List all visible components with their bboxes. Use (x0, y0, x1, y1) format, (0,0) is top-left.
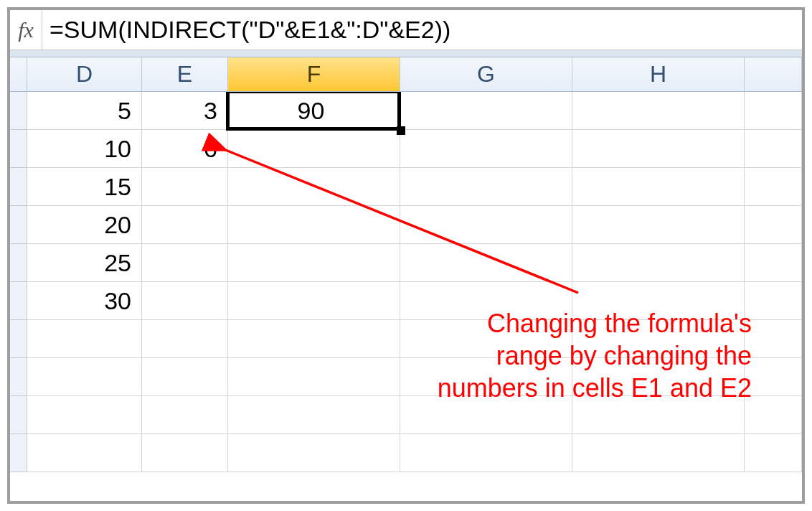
cell-H10[interactable] (572, 434, 745, 472)
cell-D1[interactable]: 5 (27, 92, 142, 130)
row-header-2[interactable] (10, 130, 27, 168)
cell-F9[interactable] (228, 396, 400, 434)
cell-I2[interactable] (745, 130, 802, 168)
row-header-3[interactable] (10, 168, 27, 206)
cell-D10[interactable] (27, 434, 142, 472)
col-header-G[interactable]: G (400, 57, 572, 91)
row-10 (10, 434, 802, 472)
cell-E1[interactable]: 3 (142, 92, 228, 130)
cell-F6[interactable] (228, 282, 400, 320)
cell-value: 5 (118, 97, 131, 125)
row-header-4[interactable] (10, 206, 27, 244)
cell-F1[interactable]: 90 (228, 92, 400, 130)
fill-handle[interactable] (397, 126, 405, 135)
cell-I8[interactable] (745, 358, 802, 396)
cell-D3[interactable]: 15 (27, 168, 142, 206)
header-separator (10, 50, 802, 57)
cell-H9[interactable] (572, 396, 745, 434)
cell-G8[interactable] (400, 358, 572, 396)
cell-G9[interactable] (400, 396, 572, 434)
cell-E4[interactable] (142, 206, 228, 244)
row-header-7[interactable] (10, 320, 27, 358)
cell-value: 30 (104, 287, 131, 315)
cell-I6[interactable] (745, 282, 802, 320)
cell-value: 25 (104, 249, 131, 277)
cell-H7[interactable] (572, 320, 745, 358)
col-header-D[interactable]: D (27, 57, 142, 91)
cell-D7[interactable] (27, 320, 142, 358)
cell-E9[interactable] (142, 396, 228, 434)
cell-I5[interactable] (745, 244, 802, 282)
cell-D4[interactable]: 20 (27, 206, 142, 244)
cell-I3[interactable] (745, 168, 802, 206)
row-6: 30 (10, 282, 802, 320)
cell-value: 3 (204, 97, 217, 125)
formula-bar: fx (10, 10, 802, 50)
cell-I10[interactable] (745, 434, 802, 472)
cell-G10[interactable] (400, 434, 572, 472)
row-header-10[interactable] (10, 434, 27, 472)
row-header-9[interactable] (10, 396, 27, 434)
row-2: 10 6 (10, 130, 802, 168)
fx-icon[interactable]: fx (10, 10, 42, 50)
row-4: 20 (10, 206, 802, 244)
sheet-area: D E F G H 5 3 90 10 6 (10, 50, 802, 501)
row-5: 25 (10, 244, 802, 282)
cell-H2[interactable] (572, 130, 745, 168)
cell-F7[interactable] (228, 320, 400, 358)
fx-label-text: fx (18, 18, 34, 42)
row-header-5[interactable] (10, 244, 27, 282)
cell-E5[interactable] (142, 244, 228, 282)
cell-F4[interactable] (228, 206, 400, 244)
cell-H4[interactable] (572, 206, 745, 244)
row-8 (10, 358, 802, 396)
row-7 (10, 320, 802, 358)
formula-input[interactable] (42, 16, 802, 44)
cell-H3[interactable] (572, 168, 745, 206)
cell-H5[interactable] (572, 244, 745, 282)
row-header-8[interactable] (10, 358, 27, 396)
cell-F5[interactable] (228, 244, 400, 282)
cell-G2[interactable] (400, 130, 572, 168)
cell-H8[interactable] (572, 358, 745, 396)
col-header-overflow[interactable] (745, 57, 802, 91)
cell-F10[interactable] (228, 434, 400, 472)
cell-G3[interactable] (400, 168, 572, 206)
cell-value: 15 (104, 173, 131, 201)
cell-H6[interactable] (572, 282, 745, 320)
col-header-label: E (177, 61, 192, 88)
col-header-E[interactable]: E (142, 57, 228, 91)
col-header-F[interactable]: F (228, 57, 400, 91)
cell-F3[interactable] (228, 168, 400, 206)
row-header-1[interactable] (10, 92, 27, 130)
row-header-6[interactable] (10, 282, 27, 320)
cell-D5[interactable]: 25 (27, 244, 142, 282)
cell-G6[interactable] (400, 282, 572, 320)
grid-body[interactable]: 5 3 90 10 6 15 (10, 92, 802, 501)
cell-D6[interactable]: 30 (27, 282, 142, 320)
cell-E7[interactable] (142, 320, 228, 358)
cell-G7[interactable] (400, 320, 572, 358)
cell-D9[interactable] (27, 396, 142, 434)
cell-I9[interactable] (745, 396, 802, 434)
col-header-H[interactable]: H (572, 57, 745, 91)
cell-H1[interactable] (572, 92, 745, 130)
row-9 (10, 396, 802, 434)
cell-F2[interactable] (228, 130, 400, 168)
cell-F8[interactable] (228, 358, 400, 396)
cell-E8[interactable] (142, 358, 228, 396)
cell-I4[interactable] (745, 206, 802, 244)
select-all-corner[interactable] (10, 57, 27, 91)
cell-value: 20 (104, 211, 131, 239)
cell-D8[interactable] (27, 358, 142, 396)
cell-D2[interactable]: 10 (27, 130, 142, 168)
cell-E3[interactable] (142, 168, 228, 206)
cell-I7[interactable] (745, 320, 802, 358)
cell-E2[interactable]: 6 (142, 130, 228, 168)
cell-E6[interactable] (142, 282, 228, 320)
cell-I1[interactable] (745, 92, 802, 130)
cell-G1[interactable] (400, 92, 572, 130)
cell-E10[interactable] (142, 434, 228, 472)
cell-G5[interactable] (400, 244, 572, 282)
cell-G4[interactable] (400, 206, 572, 244)
